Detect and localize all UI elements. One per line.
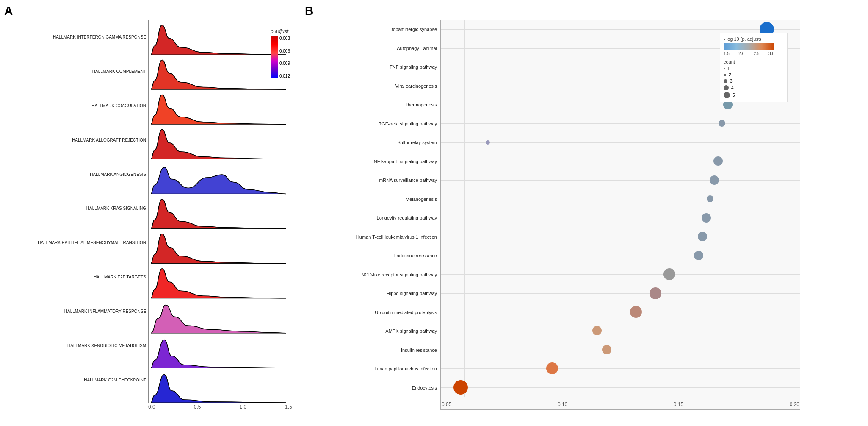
color-label: 2.5 xyxy=(754,51,760,56)
y-label-9: HALLMARK XENOBIOTIC METABOLISM xyxy=(4,343,146,348)
panel-a-y-labels: HALLMARK INTERFERON GAMMA RESPONSEHALLMA… xyxy=(4,20,148,410)
y-label-b-19: Endocytosis xyxy=(305,385,437,390)
y-label-10: HALLMARK G2M CHECKPOINT xyxy=(4,378,146,382)
data-dot xyxy=(713,156,723,166)
x-label-b: 0.20 xyxy=(790,401,799,407)
h-grid xyxy=(441,142,800,143)
y-label-1: HALLMARK COMPLEMENT xyxy=(4,69,146,74)
panel-a-chart: HALLMARK INTERFERON GAMMA RESPONSEHALLMA… xyxy=(4,20,292,410)
h-grid xyxy=(441,29,800,30)
v-grid xyxy=(562,20,562,397)
h-grid xyxy=(441,312,800,312)
data-dot xyxy=(602,345,611,354)
h-grid xyxy=(441,180,800,181)
panel-a: A HALLMARK INTERFERON GAMMA RESPONSEHALL… xyxy=(0,0,296,426)
y-label-b-15: Ubiquitin mediated proteolysis xyxy=(305,310,437,315)
h-grid xyxy=(441,274,800,275)
v-grid xyxy=(660,20,660,397)
size-label: 1 xyxy=(727,66,730,71)
data-dot xyxy=(707,195,713,202)
legend-tick: 0.006 xyxy=(279,49,290,53)
h-grid xyxy=(441,368,800,369)
data-dot xyxy=(592,326,602,335)
size-circle xyxy=(724,79,727,83)
size-circle xyxy=(724,74,726,76)
h-grid xyxy=(441,331,800,331)
y-label-7: HALLMARK E2F TARGETS xyxy=(4,275,146,279)
y-label-4: HALLMARK ANGIOGENESIS xyxy=(4,172,146,177)
y-label-b-12: Endocrine resistance xyxy=(305,253,437,258)
size-circle xyxy=(724,85,729,90)
y-label-b-18: Human papillomavirus infection xyxy=(305,366,437,371)
h-grid xyxy=(441,237,800,237)
data-dot xyxy=(702,213,711,223)
data-dot xyxy=(698,232,707,241)
color-label: 1.5 xyxy=(724,51,730,56)
panel-b: B Dopaminergic synapseAutophagy - animal… xyxy=(296,0,804,426)
panel-a-x-labels: 0.00.51.01.5 xyxy=(148,403,292,410)
size-circle xyxy=(724,92,730,98)
data-dot xyxy=(546,362,558,374)
panel-a-legend: p.adjust 0.0030.0060.0090.012 xyxy=(271,28,290,78)
x-label-b: 0.05 xyxy=(442,401,451,407)
y-label-b-0: Dopaminergic synapse xyxy=(305,27,437,32)
size-label: 5 xyxy=(733,93,735,97)
legend-b-color-title: - log 10 (p. adjust) xyxy=(724,36,784,42)
h-grid xyxy=(441,387,800,388)
data-dot xyxy=(694,251,703,260)
panel-b-label: B xyxy=(305,4,800,18)
data-dot xyxy=(486,140,490,145)
data-dot xyxy=(630,306,642,318)
data-dot xyxy=(719,120,725,127)
y-label-5: HALLMARK KRAS SIGNALING xyxy=(4,206,146,211)
y-label-b-4: Thermogenesis xyxy=(305,102,437,107)
color-label: 2.0 xyxy=(738,51,744,56)
h-grid xyxy=(441,161,800,161)
y-label-b-1: Autophagy - animal xyxy=(305,46,437,51)
y-label-b-7: NF-kappa B signaling pathway xyxy=(305,159,437,164)
h-grid xyxy=(441,123,800,124)
data-dot xyxy=(650,287,661,299)
h-grid xyxy=(441,293,800,294)
v-grid xyxy=(464,20,465,397)
panel-b-chart: Dopaminergic synapseAutophagy - animalTN… xyxy=(305,20,800,410)
legend-tick: 0.003 xyxy=(279,36,290,41)
h-grid xyxy=(441,218,800,218)
y-label-b-9: Melanogenesis xyxy=(305,197,437,202)
size-dot-row: 3 xyxy=(724,79,784,84)
size-dot-row: 2 xyxy=(724,72,784,77)
panel-b-legend: - log 10 (p. adjust) 1.52.02.53.0 count … xyxy=(720,33,788,102)
y-label-b-14: Hippo signaling pathway xyxy=(305,291,437,296)
x-label-b: 0.15 xyxy=(674,401,683,407)
h-grid xyxy=(441,199,800,199)
y-label-b-8: mRNA surveillance pathway xyxy=(305,178,437,183)
panel-a-label: A xyxy=(4,4,292,18)
legend-a-title: p.adjust xyxy=(271,28,288,34)
y-label-6: HALLMARK EPITHELIAL MESENCHYMAL TRANSITI… xyxy=(4,240,146,245)
y-label-8: HALLMARK INFLAMMATORY RESPONSE xyxy=(4,309,146,314)
y-label-b-16: AMPK signaling pathway xyxy=(305,329,437,334)
x-label-a: 0.0 xyxy=(148,404,155,410)
size-dot-row: 5 xyxy=(724,92,784,98)
y-label-b-11: Human T-cell leukemia virus 1 infection xyxy=(305,234,437,239)
size-label: 2 xyxy=(729,72,731,77)
y-label-b-6: Sulfur relay system xyxy=(305,140,437,145)
h-grid xyxy=(441,350,800,350)
y-label-b-17: Insulin resistance xyxy=(305,348,437,353)
size-dot-row: 4 xyxy=(724,85,784,90)
x-label-a: 0.5 xyxy=(194,404,201,410)
legend-a-ticks: 0.0030.0060.0090.012 xyxy=(279,36,290,78)
data-dot xyxy=(453,380,468,395)
data-dot xyxy=(710,175,719,185)
legend-b-size-title: count xyxy=(724,59,784,64)
legend-tick: 0.009 xyxy=(279,61,290,66)
y-label-b-13: NOD-like receptor signaling pathway xyxy=(305,272,437,277)
size-label: 3 xyxy=(730,79,733,84)
size-circle xyxy=(724,68,725,69)
size-dot-row: 1 xyxy=(724,66,784,71)
y-label-b-3: Viral carcinogenesis xyxy=(305,84,437,89)
legend-b-color-labels: 1.52.02.53.0 xyxy=(724,51,774,56)
x-label-b: 0.10 xyxy=(558,401,567,407)
y-label-0: HALLMARK INTERFERON GAMMA RESPONSE xyxy=(4,35,146,39)
legend-tick: 0.012 xyxy=(279,74,290,78)
